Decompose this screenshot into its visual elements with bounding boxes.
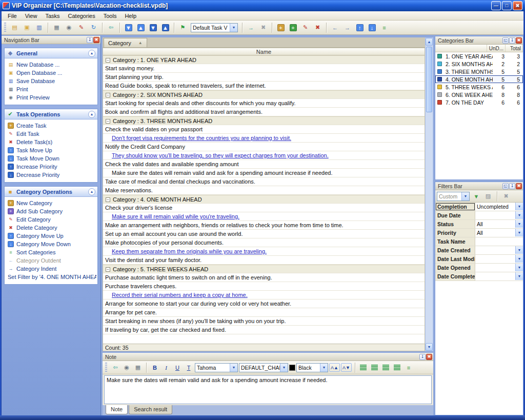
nav-item[interactable]: ▦Print bbox=[6, 85, 96, 93]
category-group-row[interactable]: −Category : 1. ONE YEAR AHEAD bbox=[103, 55, 425, 64]
align-left-icon[interactable] bbox=[358, 363, 369, 373]
chevron-down-icon[interactable]: ▼ bbox=[515, 246, 523, 254]
align-center-icon[interactable] bbox=[370, 363, 380, 373]
menu-view[interactable]: View bbox=[21, 12, 42, 20]
new-task-button[interactable]: + bbox=[275, 22, 287, 33]
category-row[interactable]: 6. ONE WEEK AHEAD88 bbox=[435, 91, 523, 98]
menu-tools[interactable]: Tools bbox=[99, 12, 121, 20]
move-down-button[interactable]: ↓ bbox=[366, 22, 378, 33]
move-up-button[interactable]: ↑ bbox=[354, 22, 366, 33]
chevron-up-icon[interactable]: ▲ bbox=[88, 188, 95, 195]
nav-item[interactable]: ↓Category Move Down bbox=[6, 240, 96, 248]
chevron-down-icon[interactable]: ▼ bbox=[461, 192, 469, 201]
chevron-down-icon[interactable]: ▼ bbox=[515, 255, 523, 263]
nav-item[interactable]: Set Filter by '4. ONE MONTH AHEAD' bbox=[6, 273, 96, 281]
scroll-track[interactable] bbox=[426, 46, 433, 343]
bold-button[interactable]: B bbox=[150, 363, 160, 373]
category-row[interactable]: 5. THREE WEEKS AHEAD66 bbox=[435, 83, 523, 91]
nav-item[interactable]: ↓Decrease Priority bbox=[6, 171, 96, 179]
nav-item[interactable]: ←Category Outdent bbox=[6, 256, 96, 265]
collapse-icon[interactable]: − bbox=[106, 119, 110, 124]
print-button[interactable]: ▦ bbox=[51, 22, 63, 33]
category-row[interactable]: 1. ONE YEAR AHEAD33 bbox=[435, 52, 523, 60]
filter-value[interactable]: All▼ bbox=[475, 220, 523, 228]
pin-icon[interactable]: ↧ bbox=[419, 354, 426, 360]
filter-label[interactable]: Date Completed bbox=[435, 272, 475, 281]
task-row[interactable]: Visit the dentist and your family doctor… bbox=[103, 256, 425, 265]
filter-label[interactable]: Date Last Modified bbox=[435, 255, 475, 263]
align-justify-icon[interactable] bbox=[392, 363, 402, 373]
nav-item[interactable]: ↑Task Move Up bbox=[6, 146, 96, 154]
move-top-check-button[interactable]: ▲ bbox=[159, 22, 171, 33]
uncompleted-column[interactable]: UnD... bbox=[487, 45, 506, 52]
move-up-check-button[interactable]: ▲ bbox=[135, 22, 147, 33]
nav-item[interactable]: ◉Print Preview bbox=[6, 93, 96, 102]
increase-font-icon[interactable]: A▲ bbox=[329, 363, 340, 372]
chevron-up-icon[interactable]: ▲ bbox=[88, 111, 95, 118]
category-name-column[interactable] bbox=[435, 45, 487, 52]
import-button[interactable]: ⇦ bbox=[105, 22, 117, 33]
edit-item-button[interactable]: ✎ bbox=[75, 22, 87, 33]
filter-value[interactable]: ▼ bbox=[475, 211, 523, 219]
outdent-button[interactable]: ← bbox=[329, 22, 341, 33]
collapse-icon[interactable]: − bbox=[106, 58, 110, 63]
filter-value[interactable]: ▼ bbox=[475, 264, 523, 272]
nav-item[interactable]: ↓Task Move Down bbox=[6, 154, 96, 163]
open-database-button[interactable]: ▣ bbox=[21, 22, 33, 33]
filter-label[interactable]: Date Created bbox=[435, 246, 475, 254]
window-position-icon[interactable]: ◱ bbox=[502, 37, 509, 44]
note-import-icon[interactable]: ⇦ bbox=[110, 363, 120, 373]
menu-categories[interactable]: Categories bbox=[64, 12, 99, 20]
task-row[interactable]: Check your driver's license bbox=[103, 204, 425, 212]
task-row[interactable]: Keep them separate from the originals wh… bbox=[103, 247, 425, 256]
detach-button[interactable]: → bbox=[245, 22, 257, 33]
panel-close-icon[interactable]: ✖ bbox=[426, 354, 432, 360]
category-group-tab[interactable]: Category ▲ bbox=[104, 38, 147, 47]
category-group-row[interactable]: −Category : 4. ONE MONTH AHEAD bbox=[103, 195, 425, 204]
filter-value[interactable] bbox=[475, 237, 523, 246]
edit-task-button[interactable]: ✎ bbox=[299, 22, 311, 33]
delete-task-button[interactable]: ✖ bbox=[312, 22, 324, 33]
category-row[interactable]: 7. ON THE DAY66 bbox=[435, 98, 523, 106]
bullet-list-icon[interactable]: ≡ bbox=[403, 363, 414, 373]
task-row[interactable]: Arrange for someone to start your car du… bbox=[103, 299, 425, 308]
nav-item[interactable]: ≡Sort Categories bbox=[6, 248, 96, 256]
filter-label[interactable]: Status bbox=[435, 220, 475, 228]
note-text[interactable]: Make sure the dates will remain valid an… bbox=[104, 375, 432, 404]
nav-group-header[interactable]: ■Category Operations▲ bbox=[5, 187, 97, 197]
filter-label[interactable]: Priority bbox=[435, 229, 475, 237]
font-select[interactable]: Tahoma ▼ bbox=[195, 363, 238, 372]
nav-item[interactable]: ▣Open Database ... bbox=[6, 69, 96, 77]
filter-value[interactable]: ▼ bbox=[475, 246, 523, 254]
task-row[interactable]: They should know you'll be traveling, so… bbox=[103, 151, 425, 160]
task-row[interactable]: Set up an email account you can use arou… bbox=[103, 230, 425, 238]
category-group-row[interactable]: −Category : 2. SIX MONTHS AHEAD bbox=[103, 90, 425, 99]
flag-button[interactable]: ⚑ bbox=[177, 22, 189, 33]
minimize-icon[interactable]: — bbox=[491, 1, 501, 10]
task-row[interactable]: Purchase automatic light timers to switc… bbox=[103, 273, 425, 282]
nav-group-header[interactable]: ◆General▲ bbox=[5, 48, 97, 58]
charset-select[interactable]: DEFAULT_CHAR ▼ bbox=[239, 363, 288, 372]
italic-button[interactable]: I bbox=[161, 363, 171, 373]
decrease-font-icon[interactable]: A▼ bbox=[341, 363, 352, 372]
chevron-down-icon[interactable]: ▼ bbox=[515, 211, 523, 219]
toolbar-grip[interactable] bbox=[105, 363, 107, 373]
nav-item[interactable]: ▥Save Database bbox=[6, 77, 96, 85]
pin-icon[interactable]: ↧ bbox=[87, 37, 93, 43]
task-row[interactable]: Book and confirm all flights and additio… bbox=[103, 108, 425, 116]
pin-icon[interactable]: ↧ bbox=[509, 183, 515, 189]
nav-item[interactable]: →Category Indent bbox=[6, 265, 96, 273]
task-row[interactable]: Make sure the dates will remain valid an… bbox=[103, 169, 425, 177]
toolbar-grip[interactable] bbox=[4, 23, 6, 33]
chevron-down-icon[interactable]: ▼ bbox=[515, 220, 523, 228]
filter-value[interactable]: Uncompleted▼ bbox=[475, 203, 523, 211]
font-style-icon[interactable]: T bbox=[184, 363, 194, 373]
chevron-down-icon[interactable]: ▼ bbox=[280, 364, 288, 372]
task-row[interactable]: Make photocopies of your personal docume… bbox=[103, 238, 425, 247]
indent-button[interactable]: → bbox=[341, 22, 353, 33]
filter-value[interactable]: All▼ bbox=[475, 229, 523, 237]
nav-item[interactable]: +New Category bbox=[6, 199, 96, 207]
task-row[interactable]: Don't forget visa requirements for the c… bbox=[103, 134, 425, 143]
chevron-down-icon[interactable]: ▼ bbox=[230, 24, 237, 32]
nav-item[interactable]: ✎Edit Category bbox=[6, 215, 96, 224]
